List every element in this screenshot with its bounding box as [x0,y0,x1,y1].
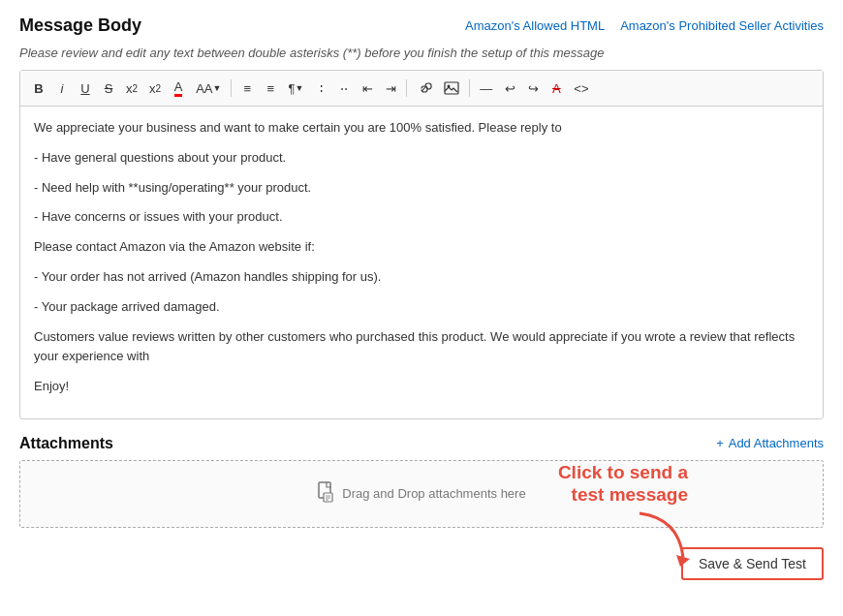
arrow-icon [620,508,698,567]
editor-line-8: Please contact Amazon via the Amazon web… [34,237,809,258]
indent-more-button[interactable]: ⇥ [380,77,401,100]
unordered-list-button[interactable]: ⋅⋅ [333,77,355,100]
tooltip-annotation: Click to send a test message [558,462,688,507]
editor-body[interactable]: We appreciate your business and want to … [20,107,823,418]
editor-line-6: - Have concerns or issues with your prod… [34,207,809,228]
add-attachments-link[interactable]: + Add Attachments [716,436,824,450]
toolbar-sep-3 [469,79,470,97]
font-size-button[interactable]: AA ▼ [191,77,226,100]
toolbar-sep-1 [231,79,232,97]
drop-zone[interactable]: Drag and Drop attachments here [19,460,824,528]
italic-button[interactable]: i [51,77,73,100]
drop-text: Drag and Drop attachments here [342,486,525,501]
source-button[interactable]: <> [569,77,593,100]
remove-format-button[interactable]: A [546,77,567,100]
editor-line-10: - Your order has not arrived (Amazon han… [34,267,809,288]
indent-less-button[interactable]: ⇤ [357,77,378,100]
editor-line-13: Customers value reviews written by other… [34,327,809,368]
align-left-button[interactable]: ≡ [236,77,258,100]
instruction-text: Please review and edit any text between … [19,46,824,60]
paragraph-button[interactable]: ¶ ▼ [283,77,308,100]
svg-rect-0 [445,82,458,94]
link-button[interactable] [412,77,437,100]
font-color-button[interactable]: A [168,77,189,100]
toolbar-sep-2 [406,79,407,97]
plus-icon: + [716,436,724,450]
superscript-button[interactable]: x2 [144,77,166,100]
divider-button[interactable]: — [475,77,497,100]
page-title: Message Body [19,15,141,36]
file-icon [317,481,336,507]
tooltip-line1: Click to send a [558,462,688,482]
editor-line-11: - Your package arrived damaged. [34,297,809,318]
attachments-section: Attachments + Add Attachments Drag and D… [19,435,824,528]
ordered-list-button[interactable]: ∶ [310,77,331,100]
allowed-html-link[interactable]: Amazon's Allowed HTML [465,18,605,33]
underline-button[interactable]: U [75,77,96,100]
bottom-row: Click to send a test message Save & Send… [19,539,824,580]
prohibited-activities-link[interactable]: Amazon's Prohibited Seller Activities [620,18,824,33]
align-center-button[interactable]: ≡ [260,77,281,100]
svg-rect-3 [324,493,332,502]
bold-button[interactable]: B [28,77,49,100]
save-send-test-button[interactable]: Save & Send Test [681,547,824,580]
editor-line-5: - Need help with **using/operating** you… [34,178,809,199]
tooltip-line2: test message [572,484,688,505]
editor-line-4: - Have general questions about your prod… [34,148,809,169]
editor-container: B i U S x2 x2 A AA ▼ ≡ ≡ ¶ ▼ ∶ ⋅⋅ ⇤ ⇥ — [19,70,824,419]
undo-button[interactable]: ↩ [499,77,520,100]
editor-line-17: Enjoy! [34,377,809,397]
redo-button[interactable]: ↪ [522,77,544,100]
image-button[interactable] [439,77,464,100]
subscript-button[interactable]: x2 [121,77,142,100]
attachments-title: Attachments [19,435,113,452]
strikethrough-button[interactable]: S [98,77,119,100]
editor-toolbar: B i U S x2 x2 A AA ▼ ≡ ≡ ¶ ▼ ∶ ⋅⋅ ⇤ ⇥ — [20,71,823,107]
editor-line-1: We appreciate your business and want to … [34,118,809,139]
